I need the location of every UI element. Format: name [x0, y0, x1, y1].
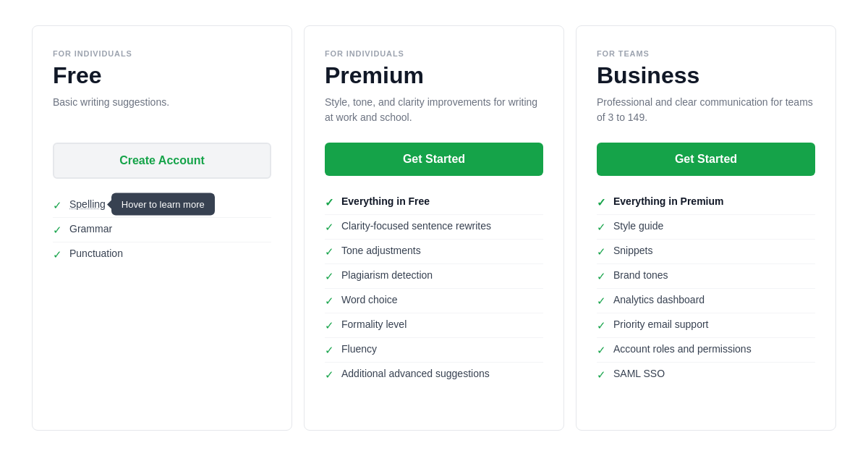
feature-item: ✓Snippets: [597, 240, 815, 264]
check-icon: ✓: [325, 270, 334, 283]
feature-text: Formality level: [341, 318, 407, 330]
check-icon: ✓: [325, 344, 334, 357]
feature-text: Snippets: [613, 245, 652, 256]
check-icon: ✓: [597, 295, 606, 308]
feature-item: ✓Account roles and permissions: [597, 338, 815, 363]
check-icon: ✓: [325, 295, 334, 308]
check-icon: ✓: [597, 221, 606, 234]
get-started-button[interactable]: Get Started: [325, 143, 543, 176]
feature-item: ✓Style guide: [597, 215, 815, 240]
feature-text: Plagiarism detection: [341, 269, 433, 281]
feature-item: ✓SAML SSO: [597, 363, 815, 387]
feature-text: Tone adjustments: [341, 245, 421, 256]
feature-list: ✓Everything in Free✓Clarity-focused sent…: [325, 190, 543, 387]
get-started-button[interactable]: Get Started: [597, 143, 815, 176]
feature-text: Analytics dashboard: [613, 294, 705, 305]
feature-text: Additional advanced suggestions: [341, 368, 490, 379]
spelling-tooltip-wrapper: SpellingHover to learn more: [69, 198, 106, 210]
plan-card-free: FOR INDIVIDUALSFreeBasic writing suggest…: [32, 25, 292, 431]
feature-item: ✓Fluency: [325, 338, 543, 363]
check-icon: ✓: [597, 344, 606, 357]
feature-item: ✓Word choice: [325, 289, 543, 313]
pricing-container: FOR INDIVIDUALSFreeBasic writing suggest…: [0, 4, 868, 452]
check-icon: ✓: [325, 368, 334, 381]
feature-item: ✓Punctuation: [53, 242, 271, 266]
feature-item: ✓Everything in Premium: [597, 190, 815, 215]
feature-text: Word choice: [341, 294, 398, 305]
feature-list: ✓Everything in Premium✓Style guide✓Snipp…: [597, 190, 815, 387]
check-icon: ✓: [53, 199, 62, 212]
plan-card-premium: FOR INDIVIDUALSPremiumStyle, tone, and c…: [304, 25, 564, 431]
feature-item: ✓Grammar: [53, 218, 271, 242]
feature-item: ✓Brand tones: [597, 264, 815, 289]
plan-audience-label: FOR INDIVIDUALS: [325, 49, 543, 58]
feature-text: Account roles and permissions: [613, 343, 752, 355]
feature-text: Punctuation: [69, 248, 123, 259]
feature-item: ✓Analytics dashboard: [597, 289, 815, 313]
plan-name: Premium: [325, 62, 543, 89]
feature-item: ✓Priority email support: [597, 313, 815, 338]
plan-card-business: FOR TEAMSBusinessProfessional and clear …: [576, 25, 836, 431]
check-icon: ✓: [53, 248, 62, 261]
hover-tooltip: Hover to learn more: [111, 193, 215, 216]
check-icon: ✓: [325, 319, 334, 332]
feature-item: ✓Tone adjustments: [325, 240, 543, 264]
feature-item: ✓Additional advanced suggestions: [325, 363, 543, 387]
plan-description: Professional and clear communication for…: [597, 95, 815, 125]
plan-description: Style, tone, and clarity improvements fo…: [325, 95, 543, 125]
plan-name: Free: [53, 62, 271, 89]
check-icon: ✓: [597, 319, 606, 332]
feature-text: Style guide: [613, 220, 663, 232]
feature-text: Brand tones: [613, 269, 668, 281]
feature-list: ✓SpellingHover to learn more✓Grammar✓Pun…: [53, 193, 271, 266]
check-icon: ✓: [597, 270, 606, 283]
feature-text: Grammar: [69, 223, 112, 235]
plan-name: Business: [597, 62, 815, 89]
check-icon: ✓: [53, 224, 62, 237]
feature-text: Everything in Premium: [613, 195, 723, 207]
plan-audience-label: FOR INDIVIDUALS: [53, 49, 271, 58]
feature-text: Clarity-focused sentence rewrites: [341, 220, 491, 232]
feature-text: SAML SSO: [613, 368, 665, 379]
check-icon: ✓: [597, 245, 606, 258]
check-icon: ✓: [597, 196, 606, 209]
check-icon: ✓: [325, 245, 334, 258]
create-account-button[interactable]: Create Account: [53, 143, 271, 179]
plan-audience-label: FOR TEAMS: [597, 49, 815, 58]
plan-description: Basic writing suggestions.: [53, 95, 271, 125]
feature-item: ✓Clarity-focused sentence rewrites: [325, 215, 543, 240]
feature-text: Spelling: [69, 198, 106, 210]
feature-item: ✓Plagiarism detection: [325, 264, 543, 289]
check-icon: ✓: [325, 221, 334, 234]
feature-text: Priority email support: [613, 318, 709, 330]
feature-text: Everything in Free: [341, 195, 430, 207]
check-icon: ✓: [597, 368, 606, 381]
feature-item: ✓SpellingHover to learn more: [53, 193, 271, 218]
feature-item: ✓Formality level: [325, 313, 543, 338]
feature-text: Fluency: [341, 343, 377, 355]
feature-item: ✓Everything in Free: [325, 190, 543, 215]
check-icon: ✓: [325, 196, 334, 209]
